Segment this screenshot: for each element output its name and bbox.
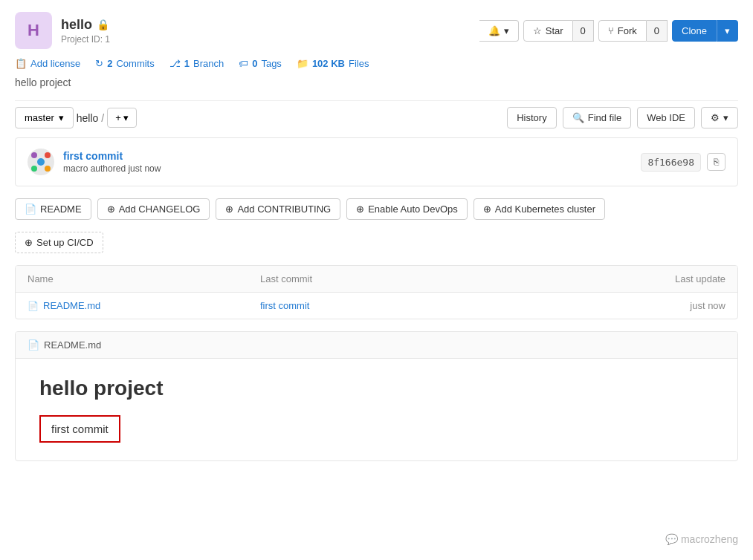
more-caret-icon: ▾ bbox=[723, 112, 728, 123]
web-ide-button[interactable]: Web IDE bbox=[637, 107, 695, 128]
commits-label: Commits bbox=[116, 58, 154, 69]
star-icon: ☆ bbox=[533, 25, 542, 36]
find-file-label: Find file bbox=[588, 112, 622, 123]
clone-button[interactable]: Clone bbox=[672, 20, 717, 42]
file-last-update: just now bbox=[493, 300, 725, 311]
add-file-button[interactable]: + ▾ bbox=[107, 108, 137, 128]
project-name: hello 🔒 bbox=[61, 17, 110, 33]
plus-circle-icon-3: ⊕ bbox=[356, 204, 364, 215]
tags-link[interactable]: 🏷 0 Tags bbox=[239, 58, 282, 69]
readme-header-title: README.md bbox=[44, 339, 101, 351]
svg-point-2 bbox=[45, 152, 51, 158]
branch-label: Branch bbox=[193, 58, 224, 69]
kubernetes-label: Add Kubernetes cluster bbox=[495, 204, 595, 215]
file-table: Name Last commit Last update 📄 README.md… bbox=[15, 265, 738, 319]
notification-button[interactable]: 🔔 ▾ bbox=[479, 20, 519, 42]
breadcrumb-root[interactable]: hello bbox=[77, 112, 99, 124]
tags-count: 0 bbox=[252, 58, 257, 69]
commits-icon: ↻ bbox=[95, 58, 103, 69]
stats-bar: 📋 Add license ↻ 2 Commits ⎇ 1 Branch 🏷 0… bbox=[15, 58, 738, 69]
contributing-button[interactable]: ⊕ Add CONTRIBUTING bbox=[216, 198, 340, 220]
file-name[interactable]: 📄 README.md bbox=[28, 300, 260, 311]
clone-group: Clone ▾ bbox=[672, 20, 738, 42]
plus-circle-icon-4: ⊕ bbox=[483, 204, 491, 215]
kubernetes-button[interactable]: ⊕ Add Kubernetes cluster bbox=[474, 198, 605, 220]
add-license-link[interactable]: 📋 Add license bbox=[15, 58, 80, 69]
changelog-button[interactable]: ⊕ Add CHANGELOG bbox=[97, 198, 210, 220]
fork-button[interactable]: ⑂ Fork bbox=[598, 20, 647, 42]
search-icon: 🔍 bbox=[572, 112, 584, 123]
col-name-header: Name bbox=[28, 273, 260, 284]
add-license-text: Add license bbox=[30, 58, 80, 69]
file-doc-icon: 📄 bbox=[28, 301, 39, 311]
svg-point-5 bbox=[45, 166, 51, 172]
plus-icon: + bbox=[115, 112, 121, 123]
autodevops-button[interactable]: ⊕ Enable Auto DevOps bbox=[346, 198, 468, 220]
file-table-header: Name Last commit Last update bbox=[16, 266, 737, 293]
readme-header: 📄 README.md bbox=[16, 332, 737, 359]
breadcrumb: hello / bbox=[77, 112, 104, 124]
star-group: ☆ Star 0 bbox=[523, 20, 594, 42]
branch-caret-icon: ▾ bbox=[59, 112, 64, 123]
commit-details: first commit macro authored just now bbox=[63, 150, 161, 174]
commit-author: macro bbox=[63, 163, 88, 174]
project-info: hello 🔒 Project ID: 1 bbox=[61, 17, 110, 45]
commits-link[interactable]: ↻ 2 Commits bbox=[95, 58, 155, 69]
project-description: hello project bbox=[15, 76, 738, 88]
history-button[interactable]: History bbox=[507, 107, 556, 128]
commit-meta: macro authored just now bbox=[63, 163, 161, 174]
quick-add-bar: 📄 README ⊕ Add CHANGELOG ⊕ Add CONTRIBUT… bbox=[15, 198, 738, 220]
fork-icon: ⑂ bbox=[608, 25, 614, 36]
readme-button[interactable]: 📄 README bbox=[15, 198, 91, 220]
branch-name-text: master bbox=[25, 112, 54, 123]
branch-icon: ⎇ bbox=[169, 58, 181, 69]
file-last-commit[interactable]: first commit bbox=[260, 300, 493, 311]
readme-content: hello project first commit bbox=[16, 359, 737, 460]
files-link[interactable]: 📁 102 KB Files bbox=[297, 58, 369, 69]
license-icon: 📋 bbox=[15, 58, 27, 69]
commit-right: 8f166e98 ⎘ bbox=[641, 153, 725, 172]
commits-count: 2 bbox=[107, 58, 112, 69]
cicd-button[interactable]: ⊕ Set up CI/CD bbox=[15, 232, 103, 253]
breadcrumb-sep: / bbox=[101, 112, 104, 124]
fork-group: ⑂ Fork 0 bbox=[598, 20, 668, 42]
toolbar-actions: History 🔍 Find file Web IDE ⚙ ▾ bbox=[507, 107, 738, 128]
bell-icon: 🔔 bbox=[488, 25, 500, 36]
clone-caret-button[interactable]: ▾ bbox=[717, 20, 738, 42]
star-button[interactable]: ☆ Star bbox=[523, 20, 573, 42]
svg-point-3 bbox=[37, 158, 45, 166]
tag-icon: 🏷 bbox=[239, 58, 248, 69]
project-identity: H hello 🔒 Project ID: 1 bbox=[15, 12, 110, 49]
contributing-label: Add CONTRIBUTING bbox=[237, 204, 331, 215]
fork-count: 0 bbox=[647, 20, 668, 42]
notification-caret: ▾ bbox=[504, 25, 509, 36]
file-name-text[interactable]: README.md bbox=[43, 300, 100, 311]
cicd-row: ⊕ Set up CI/CD bbox=[15, 232, 738, 253]
col-last-commit-header: Last commit bbox=[260, 273, 493, 284]
more-options-button[interactable]: ⚙ ▾ bbox=[701, 107, 738, 128]
tags-label: Tags bbox=[261, 58, 281, 69]
commit-title[interactable]: first commit bbox=[63, 150, 161, 162]
copy-hash-button[interactable]: ⎘ bbox=[707, 153, 725, 171]
commit-hash: 8f166e98 bbox=[641, 153, 701, 172]
project-name-text: hello bbox=[61, 17, 92, 33]
more-options-group: ⚙ ▾ bbox=[701, 107, 738, 128]
branch-count: 1 bbox=[184, 58, 190, 69]
branch-link[interactable]: ⎇ 1 Branch bbox=[169, 58, 224, 69]
find-file-button[interactable]: 🔍 Find file bbox=[563, 107, 632, 128]
star-count: 0 bbox=[573, 20, 594, 42]
branch-dropdown-button[interactable]: master ▾ bbox=[15, 107, 74, 128]
svg-point-1 bbox=[31, 152, 37, 158]
star-label: Star bbox=[546, 25, 563, 36]
readme-main-title: hello project bbox=[39, 377, 714, 400]
plus-circle-icon: ⊕ bbox=[107, 204, 115, 215]
cicd-label: Set up CI/CD bbox=[36, 237, 94, 248]
plus-square-icon: ⊕ bbox=[25, 237, 33, 248]
commit-info-box: first commit macro authored just now 8f1… bbox=[15, 137, 738, 186]
col-last-update-header: Last update bbox=[493, 273, 725, 284]
autodevops-label: Enable Auto DevOps bbox=[368, 204, 458, 215]
table-row: 📄 README.md first commit just now bbox=[16, 293, 737, 319]
commit-authored-label: authored bbox=[91, 163, 126, 174]
header-actions: 🔔 ▾ ☆ Star 0 ⑂ Fork 0 bbox=[479, 20, 738, 42]
commit-left: first commit macro authored just now bbox=[28, 149, 161, 175]
